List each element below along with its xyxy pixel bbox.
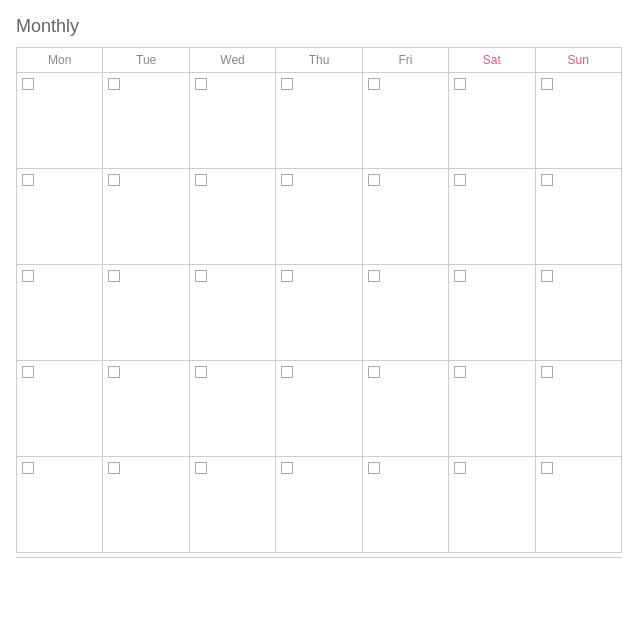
calendar-cell[interactable] xyxy=(449,169,535,265)
cell-checkbox[interactable] xyxy=(541,78,553,90)
bottom-line xyxy=(16,557,622,565)
calendar-cell[interactable] xyxy=(189,361,275,457)
calendar-cell[interactable] xyxy=(103,457,189,553)
calendar-header-sun: Sun xyxy=(535,48,621,73)
calendar-header-sat: Sat xyxy=(449,48,535,73)
calendar-cell[interactable] xyxy=(449,265,535,361)
calendar-cell[interactable] xyxy=(17,169,103,265)
page-title: Monthly xyxy=(16,16,622,37)
cell-checkbox[interactable] xyxy=(454,462,466,474)
calendar-cell[interactable] xyxy=(17,457,103,553)
cell-checkbox[interactable] xyxy=(281,366,293,378)
calendar-header-fri: Fri xyxy=(362,48,448,73)
cell-checkbox[interactable] xyxy=(108,270,120,282)
cell-checkbox[interactable] xyxy=(281,270,293,282)
cell-checkbox[interactable] xyxy=(281,462,293,474)
cell-checkbox[interactable] xyxy=(108,78,120,90)
cell-checkbox[interactable] xyxy=(22,174,34,186)
cell-checkbox[interactable] xyxy=(281,78,293,90)
cell-checkbox[interactable] xyxy=(541,462,553,474)
calendar-header-wed: Wed xyxy=(189,48,275,73)
cell-checkbox[interactable] xyxy=(368,174,380,186)
calendar-row xyxy=(17,265,622,361)
calendar-cell[interactable] xyxy=(276,169,362,265)
cell-checkbox[interactable] xyxy=(22,462,34,474)
calendar-cell[interactable] xyxy=(535,169,621,265)
cell-checkbox[interactable] xyxy=(454,366,466,378)
calendar-cell[interactable] xyxy=(189,169,275,265)
calendar-cell[interactable] xyxy=(189,457,275,553)
calendar-cell[interactable] xyxy=(276,73,362,169)
calendar-row xyxy=(17,361,622,457)
calendar-cell[interactable] xyxy=(276,265,362,361)
calendar-header-row: MonTueWedThuFriSatSun xyxy=(17,48,622,73)
calendar-header-thu: Thu xyxy=(276,48,362,73)
calendar-cell[interactable] xyxy=(535,73,621,169)
cell-checkbox[interactable] xyxy=(108,462,120,474)
calendar-cell[interactable] xyxy=(189,265,275,361)
calendar-cell[interactable] xyxy=(103,169,189,265)
calendar-cell[interactable] xyxy=(449,457,535,553)
calendar-cell[interactable] xyxy=(449,361,535,457)
cell-checkbox[interactable] xyxy=(454,78,466,90)
calendar-row xyxy=(17,73,622,169)
cell-checkbox[interactable] xyxy=(541,174,553,186)
calendar-cell[interactable] xyxy=(189,73,275,169)
cell-checkbox[interactable] xyxy=(541,270,553,282)
calendar-cell[interactable] xyxy=(362,457,448,553)
calendar-grid: MonTueWedThuFriSatSun xyxy=(16,47,622,553)
calendar-cell[interactable] xyxy=(17,265,103,361)
cell-checkbox[interactable] xyxy=(22,270,34,282)
cell-checkbox[interactable] xyxy=(195,366,207,378)
cell-checkbox[interactable] xyxy=(195,462,207,474)
calendar-cell[interactable] xyxy=(276,361,362,457)
calendar-cell[interactable] xyxy=(17,361,103,457)
cell-checkbox[interactable] xyxy=(454,174,466,186)
calendar-row xyxy=(17,457,622,553)
cell-checkbox[interactable] xyxy=(454,270,466,282)
cell-checkbox[interactable] xyxy=(195,174,207,186)
calendar-header-mon: Mon xyxy=(17,48,103,73)
cell-checkbox[interactable] xyxy=(368,270,380,282)
calendar-cell[interactable] xyxy=(362,73,448,169)
cell-checkbox[interactable] xyxy=(195,270,207,282)
calendar-cell[interactable] xyxy=(103,361,189,457)
calendar-cell[interactable] xyxy=(103,73,189,169)
calendar-cell[interactable] xyxy=(362,361,448,457)
calendar-cell[interactable] xyxy=(103,265,189,361)
cell-checkbox[interactable] xyxy=(368,366,380,378)
cell-checkbox[interactable] xyxy=(195,78,207,90)
page-container: Monthly MonTueWedThuFriSatSun xyxy=(0,0,638,573)
calendar-cell[interactable] xyxy=(535,361,621,457)
calendar-cell[interactable] xyxy=(362,169,448,265)
calendar-row xyxy=(17,169,622,265)
calendar-cell[interactable] xyxy=(17,73,103,169)
calendar-cell[interactable] xyxy=(535,457,621,553)
cell-checkbox[interactable] xyxy=(22,366,34,378)
calendar-cell[interactable] xyxy=(276,457,362,553)
cell-checkbox[interactable] xyxy=(22,78,34,90)
calendar-cell[interactable] xyxy=(449,73,535,169)
cell-checkbox[interactable] xyxy=(281,174,293,186)
cell-checkbox[interactable] xyxy=(368,78,380,90)
cell-checkbox[interactable] xyxy=(541,366,553,378)
calendar-cell[interactable] xyxy=(535,265,621,361)
calendar-cell[interactable] xyxy=(362,265,448,361)
cell-checkbox[interactable] xyxy=(368,462,380,474)
cell-checkbox[interactable] xyxy=(108,174,120,186)
calendar-header-tue: Tue xyxy=(103,48,189,73)
cell-checkbox[interactable] xyxy=(108,366,120,378)
